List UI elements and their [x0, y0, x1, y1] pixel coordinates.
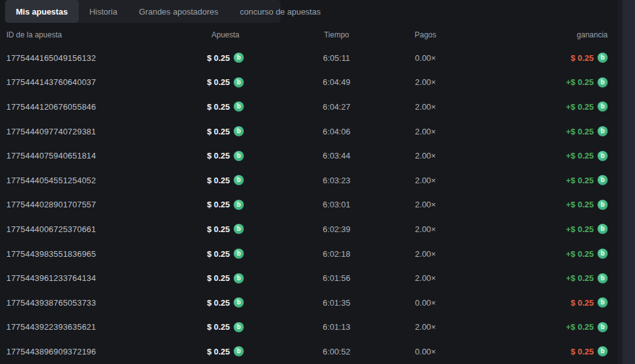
table-row[interactable]: 1775443961233764134$ 0.25b6:01:562.00×+$… [0, 266, 613, 290]
bet-id-value: 1775444028901707557 [6, 200, 178, 209]
table-row[interactable]: 1775443938765053733$ 0.25b6:01:350.00×$ … [0, 290, 613, 315]
bet-amount-cell: $ 0.25b [178, 53, 273, 63]
profit-cell: +$ 0.25b [451, 273, 608, 283]
profit-cell: +$ 0.25b [451, 249, 608, 259]
profit-value: +$ 0.25 [566, 151, 594, 160]
bet-amount-cell: $ 0.25b [178, 151, 273, 161]
payout-multiplier-value: 2.00× [400, 151, 451, 160]
bet-amount-value: $ 0.25 [207, 200, 230, 209]
payout-multiplier-value: 2.00× [400, 200, 451, 209]
table-row[interactable]: 1775444120676055846$ 0.25b6:04:272.00×+$… [0, 94, 613, 119]
coin-icon: b [234, 200, 244, 210]
table-row[interactable]: 1775444054551254052$ 0.25b6:03:232.00×+$… [0, 168, 613, 193]
tab-mis-apuestas[interactable]: Mis apuestas [5, 0, 79, 23]
profit-cell: +$ 0.25b [451, 151, 608, 161]
coin-icon: b [234, 249, 244, 259]
profit-value: $ 0.25 [571, 298, 594, 308]
coin-icon: b [598, 200, 608, 210]
profit-value: $ 0.25 [571, 53, 594, 63]
profit-value: +$ 0.25 [566, 127, 594, 136]
bet-amount-value: $ 0.25 [207, 176, 230, 185]
coin-icon: b [234, 175, 244, 185]
payout-multiplier-value: 2.00× [400, 224, 451, 234]
tab-historia[interactable]: Historia [79, 0, 128, 23]
table-row[interactable]: 1775444097740729381$ 0.25b6:04:062.00×+$… [0, 119, 613, 144]
bet-amount-cell: $ 0.25b [178, 273, 273, 283]
profit-cell: +$ 0.25b [451, 77, 608, 88]
bet-id-value: 1775443961233764134 [6, 273, 178, 283]
table-row[interactable]: 1775444165049156132$ 0.25b6:05:110.00×$ … [0, 46, 613, 70]
profit-value: $ 0.25 [571, 347, 594, 356]
bet-amount-cell: $ 0.25b [178, 297, 273, 308]
bets-table: ID de la apuesta Apuesta Tiempo Pagos ga… [0, 23, 613, 364]
profit-value: +$ 0.25 [566, 322, 594, 332]
table-row[interactable]: 1775444028901707557$ 0.25b6:03:012.00×+$… [0, 193, 613, 218]
bet-time-value: 6:03:01 [273, 200, 400, 209]
payout-multiplier-value: 2.00× [400, 322, 451, 332]
tab-concurso-de-apuestas[interactable]: concurso de apuestas [229, 0, 331, 23]
bet-time-value: 6:03:44 [273, 151, 400, 160]
coin-icon: b [234, 322, 244, 332]
bet-amount-cell: $ 0.25b [178, 101, 273, 112]
coin-icon: b [234, 126, 244, 136]
column-header-profit: ganancia [451, 30, 608, 39]
column-header-payout: Pagos [400, 30, 451, 39]
bet-amount-cell: $ 0.25b [178, 126, 273, 136]
column-header-bet: Apuesta [178, 30, 273, 39]
profit-cell: +$ 0.25b [451, 101, 608, 112]
table-row[interactable]: 1775444006725370661$ 0.25b6:02:392.00×+$… [0, 217, 613, 242]
coin-icon: b [598, 273, 608, 283]
table-row[interactable]: 1775443922393635621$ 0.25b6:01:132.00×+$… [0, 315, 613, 340]
bet-amount-value: $ 0.25 [207, 298, 230, 308]
bet-id-value: 1775443896909372196 [6, 347, 178, 356]
bet-amount-cell: $ 0.25b [178, 346, 273, 356]
bet-amount-value: $ 0.25 [207, 151, 230, 160]
table-row[interactable]: 1775444075940651814$ 0.25b6:03:442.00×+$… [0, 143, 613, 168]
profit-value: +$ 0.25 [566, 273, 594, 283]
bet-time-value: 6:01:56 [273, 273, 400, 283]
coin-icon: b [598, 101, 608, 112]
bet-amount-value: $ 0.25 [207, 102, 230, 112]
bet-amount-cell: $ 0.25b [178, 322, 273, 332]
coin-icon: b [234, 77, 244, 88]
profit-value: +$ 0.25 [566, 176, 594, 185]
coin-icon: b [234, 297, 244, 308]
profit-value: +$ 0.25 [566, 200, 594, 209]
bet-id-value: 1775444165049156132 [6, 53, 178, 63]
bet-time-value: 6:04:27 [273, 102, 400, 112]
payout-multiplier-value: 0.00× [400, 347, 451, 356]
coin-icon: b [598, 126, 608, 136]
scrollbar-thumb[interactable] [622, 0, 635, 364]
bet-amount-value: $ 0.25 [207, 127, 230, 136]
bet-amount-value: $ 0.25 [207, 322, 230, 332]
bet-time-value: 6:01:13 [273, 322, 400, 332]
profit-cell: +$ 0.25b [451, 200, 608, 210]
bet-time-value: 6:05:11 [273, 53, 400, 63]
payout-multiplier-value: 0.00× [400, 298, 451, 308]
coin-icon: b [598, 346, 608, 356]
table-row[interactable]: 1775443983551836965$ 0.25b6:02:182.00×+$… [0, 242, 613, 266]
profit-cell: $ 0.25b [451, 346, 608, 356]
profit-cell: +$ 0.25b [451, 224, 608, 234]
bet-time-value: 6:01:35 [273, 298, 400, 308]
tab-bar: Mis apuestasHistoriaGrandes apostadoresc… [5, 0, 281, 23]
coin-icon: b [598, 77, 608, 88]
coin-icon: b [598, 175, 608, 185]
coin-icon: b [234, 346, 244, 356]
table-row[interactable]: 1775443896909372196$ 0.25b6:00:520.00×$ … [0, 339, 613, 364]
coin-icon: b [234, 101, 244, 112]
bet-amount-cell: $ 0.25b [178, 200, 273, 210]
scrollbar[interactable] [618, 0, 635, 364]
profit-cell: $ 0.25b [451, 53, 608, 63]
table-row[interactable]: 1775444143760640037$ 0.25b6:04:492.00×+$… [0, 70, 613, 95]
tab-grandes-apostadores[interactable]: Grandes apostadores [128, 0, 229, 23]
bet-id-value: 1775443938765053733 [6, 298, 178, 308]
profit-value: +$ 0.25 [566, 102, 594, 112]
payout-multiplier-value: 2.00× [400, 176, 451, 185]
bets-panel: Mis apuestasHistoriaGrandes apostadoresc… [0, 0, 635, 364]
bet-id-value: 1775444143760640037 [6, 77, 178, 87]
bet-amount-value: $ 0.25 [207, 224, 230, 234]
profit-cell: +$ 0.25b [451, 126, 608, 136]
bet-id-value: 1775443983551836965 [6, 249, 178, 259]
coin-icon: b [234, 224, 244, 234]
